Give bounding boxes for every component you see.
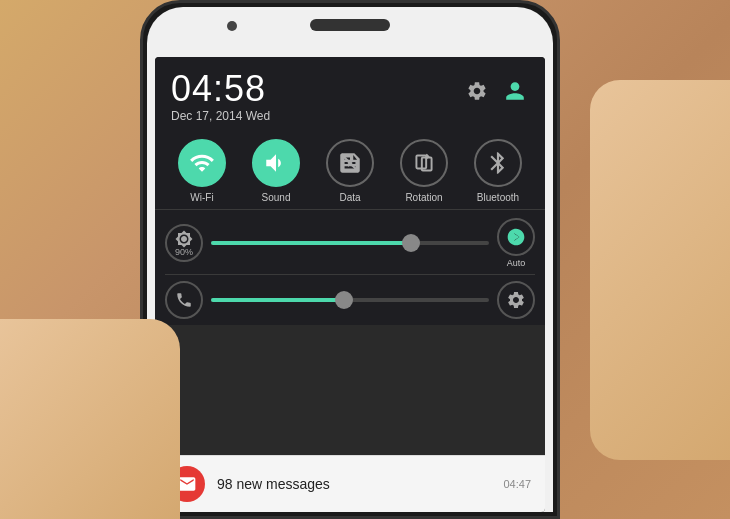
volume-slider[interactable] [211,298,489,302]
volume-settings-icon[interactable] [497,281,535,319]
phone-screen: 04:58 Dec 17, 2014 Wed [155,57,545,512]
user-account-icon[interactable] [501,77,529,105]
quick-settings-row: Wi-Fi Sound [155,131,545,207]
phone-device: 04:58 Dec 17, 2014 Wed [140,0,560,519]
brightness-percent: 90% [175,248,193,257]
brightness-thumb[interactable] [402,234,420,252]
auto-label: Auto [507,258,526,268]
rotation-label: Rotation [405,192,442,203]
data-button[interactable] [326,139,374,187]
left-hand [0,319,180,519]
brightness-track [211,241,489,245]
settings-icon[interactable] [463,77,491,105]
clock-display: 04:58 [171,71,270,107]
sliders-section: 90% [155,212,545,325]
date-display: Dec 17, 2014 Wed [171,109,270,123]
notification-time: 04:47 [503,478,531,490]
auto-icon[interactable] [497,218,535,256]
rotation-button[interactable] [400,139,448,187]
sound-button[interactable] [252,139,300,187]
volume-settings-wrapper [497,281,535,319]
phone-container: 04:58 Dec 17, 2014 Wed [0,0,730,519]
phone-bezel: 04:58 Dec 17, 2014 Wed [147,7,553,512]
speaker-grill [310,19,390,31]
header-icons [463,77,529,105]
bluetooth-button[interactable] [474,139,522,187]
qs-sound[interactable]: Sound [250,139,302,203]
phone-call-icon[interactable] [165,281,203,319]
brightness-slider[interactable] [211,241,489,245]
panel-header: 04:58 Dec 17, 2014 Wed [155,57,545,131]
right-hand [590,80,730,460]
brightness-row: 90% [165,218,535,268]
sound-label: Sound [262,192,291,203]
volume-row [165,281,535,319]
divider-2 [165,274,535,275]
time-section: 04:58 Dec 17, 2014 Wed [171,71,270,123]
volume-track [211,298,489,302]
wifi-label: Wi-Fi [190,192,213,203]
bluetooth-label: Bluetooth [477,192,519,203]
auto-wrapper: Auto [497,218,535,268]
notification-text: 98 new messages [217,476,491,492]
qs-rotation[interactable]: Rotation [398,139,450,203]
volume-thumb[interactable] [335,291,353,309]
qs-bluetooth[interactable]: Bluetooth [472,139,524,203]
notification-item[interactable]: 98 new messages 04:47 [155,455,545,512]
volume-fill [211,298,344,302]
front-camera [227,21,237,31]
divider-1 [155,209,545,210]
qs-data[interactable]: Data [324,139,376,203]
data-label: Data [339,192,360,203]
brightness-icon[interactable]: 90% [165,224,203,262]
wifi-button[interactable] [178,139,226,187]
brightness-fill [211,241,411,245]
qs-wifi[interactable]: Wi-Fi [176,139,228,203]
notification-panel: 04:58 Dec 17, 2014 Wed [155,57,545,325]
